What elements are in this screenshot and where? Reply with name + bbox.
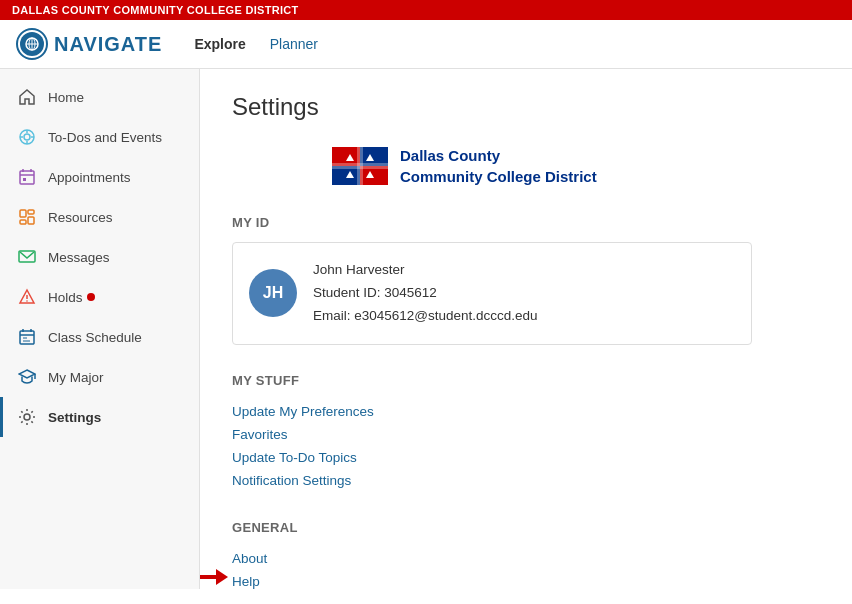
svg-rect-39 [332,163,388,169]
logo-icon [16,28,48,60]
my-id-label: My ID [232,215,820,230]
sidebar-item-home[interactable]: Home [0,77,199,117]
about-arrow [200,569,228,585]
sidebar-label-messages: Messages [48,250,110,265]
arrow-head [216,569,228,585]
main-content: Settings Dallas CountyCommunity College … [200,69,852,589]
sidebar-item-resources[interactable]: Resources [0,197,199,237]
appointments-icon [16,166,38,188]
nav-explore[interactable]: Explore [194,36,245,52]
institution-flag [332,147,388,185]
todos-icon [16,126,38,148]
svg-point-20 [26,300,28,302]
my-stuff-label: My Stuff [232,373,820,388]
sidebar-label-class-schedule: Class Schedule [48,330,142,345]
id-card: JH John Harvester Student ID: 3045612 Em… [232,242,752,345]
svg-rect-14 [23,178,26,181]
sidebar-item-holds[interactable]: Holds [0,277,199,317]
svg-rect-15 [20,210,26,217]
link-update-preferences[interactable]: Update My Preferences [232,400,820,423]
holds-icon [16,286,38,308]
messages-icon [16,246,38,268]
sidebar-item-class-schedule[interactable]: Class Schedule [0,317,199,357]
svg-point-28 [24,414,30,420]
svg-rect-16 [28,210,34,214]
general-section: General About Help [232,520,820,589]
institution-name: Dallas CountyCommunity College District [400,145,597,187]
my-stuff-section: My Stuff Update My Preferences Favorites… [232,373,820,492]
my-id-section: My ID JH John Harvester Student ID: 3045… [232,215,820,345]
sidebar-item-my-major[interactable]: My Major [0,357,199,397]
link-notification-settings[interactable]: Notification Settings [232,469,820,492]
my-major-icon [16,366,38,388]
home-icon [16,86,38,108]
sidebar-label-settings: Settings [48,410,101,425]
link-update-todo-topics[interactable]: Update To-Do Topics [232,446,820,469]
svg-rect-18 [20,220,26,224]
sidebar-label-resources: Resources [48,210,113,225]
link-about[interactable]: About [232,547,267,570]
user-avatar: JH [249,269,297,317]
user-name: John Harvester [313,259,538,282]
general-label: General [232,520,820,535]
sidebar-item-messages[interactable]: Messages [0,237,199,277]
student-email: Email: e3045612@student.dcccd.edu [313,305,538,328]
sidebar-item-appointments[interactable]: Appointments [0,157,199,197]
nav-planner[interactable]: Planner [270,36,318,52]
sidebar-label-home: Home [48,90,84,105]
link-help[interactable]: Help [232,570,820,589]
svg-rect-17 [28,217,34,224]
class-schedule-icon [16,326,38,348]
main-nav: Explore Planner [194,36,318,52]
sidebar-label-my-major: My Major [48,370,104,385]
logo-area: NAVIGATE [16,28,162,60]
sidebar-label-appointments: Appointments [48,170,131,185]
link-favorites[interactable]: Favorites [232,423,820,446]
id-info: John Harvester Student ID: 3045612 Email… [313,259,538,328]
settings-icon [16,406,38,428]
app-layout: Home To-Dos and Events [0,69,852,589]
app-logo-text: NAVIGATE [54,33,162,56]
page-title: Settings [232,93,820,121]
arrow-shaft [200,575,216,579]
about-row: About [232,547,820,570]
sidebar-label-holds: Holds [48,290,83,305]
sidebar: Home To-Dos and Events [0,69,200,589]
sidebar-item-todos[interactable]: To-Dos and Events [0,117,199,157]
top-banner: DALLAS COUNTY COMMUNITY COLLEGE DISTRICT [0,0,852,20]
svg-point-5 [24,134,30,140]
header: NAVIGATE Explore Planner [0,20,852,69]
sidebar-item-settings[interactable]: Settings [0,397,199,437]
student-id: Student ID: 3045612 [313,282,538,305]
sidebar-label-todos: To-Dos and Events [48,130,162,145]
holds-notification-dot [87,293,95,301]
resources-icon [16,206,38,228]
svg-rect-10 [20,171,34,184]
institution-logo: Dallas CountyCommunity College District [232,145,820,187]
